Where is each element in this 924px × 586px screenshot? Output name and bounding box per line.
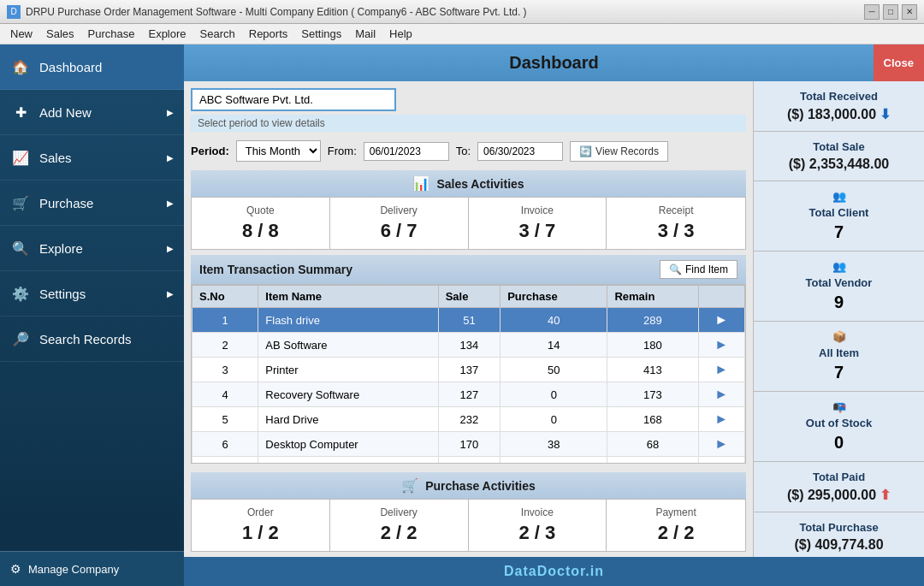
sidebar-item-sales[interactable]: 📈 Sales ▶ <box>0 135 184 181</box>
purchase-order-label: Order <box>195 506 326 518</box>
row-item-name: AB Software <box>258 333 438 358</box>
row-nav-arrow[interactable]: ► <box>698 308 745 333</box>
menu-mail[interactable]: Mail <box>348 26 382 42</box>
all-item-num: 7 <box>761 363 917 382</box>
minimize-button[interactable]: ─ <box>864 4 880 20</box>
from-date-input[interactable] <box>364 142 449 161</box>
row-item-name: Printer Cable <box>258 457 438 465</box>
row-nav-arrow[interactable]: ► <box>698 432 745 457</box>
purchase-invoice-value: 2 / 3 <box>472 522 603 544</box>
clients-icon: 👥 <box>761 190 917 203</box>
all-item-icon: 📦 <box>761 330 917 343</box>
main-layout: 🏠 Dashboard ✚ Add New ▶ 📈 Sales ▶ 🛒 Purc… <box>0 44 924 586</box>
sidebar-search-label: Search Records <box>39 332 132 346</box>
sales-receipt-label: Receipt <box>610 204 742 216</box>
sidebar-dashboard-label: Dashboard <box>39 60 102 74</box>
row-nav-arrow[interactable]: ► <box>698 382 745 407</box>
row-nav-arrow[interactable]: ► <box>698 358 745 382</box>
row-sno: 6 <box>192 432 258 457</box>
watermark-suffix: Doctor.in <box>537 564 604 578</box>
total-purchase-card: Total Purchase ($) 409,774.80 <box>754 512 924 557</box>
menu-sales[interactable]: Sales <box>39 26 81 42</box>
menu-search[interactable]: Search <box>193 26 242 42</box>
table-row[interactable]: 4 Recovery Software 127 0 173 ► <box>192 382 745 407</box>
purchase-activities-title: Purchase Activities <box>425 479 536 493</box>
row-nav-arrow[interactable]: ► <box>698 407 745 432</box>
total-purchase-value: ($) 409,774.80 <box>761 537 917 553</box>
menu-explore[interactable]: Explore <box>141 26 192 42</box>
window-controls: ─ □ ✕ <box>864 4 917 20</box>
row-nav-arrow[interactable]: ► <box>698 333 745 358</box>
sidebar-settings-label: Settings <box>39 287 86 301</box>
item-table-scroll[interactable]: S.No Item Name Sale Purchase Remain 1 <box>191 284 746 464</box>
sidebar-item-explore[interactable]: 🔍 Explore ▶ <box>0 226 184 271</box>
row-purchase: 0 <box>500 382 607 407</box>
chevron-explore-icon: ▶ <box>167 244 174 253</box>
row-remain: 173 <box>607 382 698 407</box>
view-records-button[interactable]: 🔄 View Records <box>570 141 668 162</box>
settings-icon: ⚙️ <box>10 283 31 304</box>
total-client-num: 7 <box>761 222 917 242</box>
row-item-name: Flash drive <box>258 308 438 333</box>
period-hint: Select period to view details <box>191 115 746 132</box>
total-paid-card: Total Paid ($) 295,000.00 ⬆ <box>754 462 924 512</box>
row-item-name: Desktop Computer <box>258 432 438 457</box>
close-window-button[interactable]: ✕ <box>902 4 917 20</box>
menu-help[interactable]: Help <box>382 26 419 42</box>
sidebar-item-settings[interactable]: ⚙️ Settings ▶ <box>0 271 184 317</box>
table-row[interactable]: 5 Hard Drive 232 0 168 ► <box>192 407 745 432</box>
dashboard-header: Dashboard Close <box>184 44 924 81</box>
purchase-payment-label: Payment <box>610 506 742 518</box>
total-purchase-title: Total Purchase <box>761 521 917 534</box>
table-row[interactable]: 3 Printer 137 50 413 ► <box>192 358 745 382</box>
sales-icon: 📈 <box>10 147 31 168</box>
company-input[interactable] <box>191 88 396 111</box>
purchase-activities-grid: Order 1 / 2 Delivery 2 / 2 Invoice 2 / 3 <box>191 499 746 552</box>
sidebar-item-search-records[interactable]: 🔎 Search Records <box>0 317 184 362</box>
col-sale: Sale <box>438 286 500 308</box>
row-sale: 137 <box>438 358 500 382</box>
close-button[interactable]: Close <box>874 44 924 81</box>
total-sale-title: Total Sale <box>761 140 917 153</box>
all-item-title: All Item <box>761 346 917 359</box>
total-sale-card: Total Sale ($) 2,353,448.00 <box>754 132 924 181</box>
table-row[interactable]: 6 Desktop Computer 170 38 68 ► <box>192 432 745 457</box>
app-title: DRPU Purchase Order Management Software … <box>26 6 864 18</box>
find-item-button[interactable]: 🔍 Find Item <box>660 260 737 279</box>
table-row[interactable]: 7 Printer Cable 83 0 517 ► <box>192 457 745 465</box>
total-sale-value: ($) 2,353,448.00 <box>761 157 917 172</box>
row-purchase: 40 <box>500 308 607 333</box>
arrow-up-icon: ⬆ <box>880 487 891 503</box>
sidebar-item-add-new[interactable]: ✚ Add New ▶ <box>0 90 184 135</box>
col-remain: Remain <box>607 286 698 308</box>
company-selector: Select period to view details <box>191 88 746 132</box>
out-of-stock-card: 📭 Out of Stock 0 <box>754 392 924 462</box>
item-transaction-section: Item Transaction Summary 🔍 Find Item S.N… <box>191 255 746 464</box>
explore-icon: 🔍 <box>10 238 31 258</box>
search-records-icon: 🔎 <box>10 329 31 349</box>
sidebar-item-purchase[interactable]: 🛒 Purchase ▶ <box>0 181 184 226</box>
home-icon: 🏠 <box>10 56 31 77</box>
period-select[interactable]: This Month <box>236 140 321 162</box>
menu-reports[interactable]: Reports <box>242 26 295 42</box>
menu-purchase[interactable]: Purchase <box>81 26 142 42</box>
row-sno: 3 <box>192 358 258 382</box>
manage-company-button[interactable]: ⚙ Manage Company <box>0 551 184 586</box>
app-icon: D <box>7 5 21 19</box>
item-table: S.No Item Name Sale Purchase Remain 1 <box>192 285 745 464</box>
total-received-title: Total Received <box>761 90 917 103</box>
maximize-button[interactable]: □ <box>883 4 898 20</box>
to-date-input[interactable] <box>477 142 563 161</box>
row-remain: 180 <box>607 333 698 358</box>
manage-company-label: Manage Company <box>28 563 119 576</box>
sales-delivery-value: 6 / 7 <box>334 220 465 242</box>
menu-new[interactable]: New <box>3 26 39 42</box>
row-nav-arrow[interactable]: ► <box>698 457 745 465</box>
sales-activities-title: Sales Activities <box>436 177 524 191</box>
table-row[interactable]: 2 AB Software 134 14 180 ► <box>192 333 745 358</box>
table-row[interactable]: 1 Flash drive 51 40 289 ► <box>192 308 745 333</box>
sidebar-item-dashboard[interactable]: 🏠 Dashboard <box>0 44 184 90</box>
sales-delivery-cell: Delivery 6 / 7 <box>330 198 469 249</box>
menu-settings[interactable]: Settings <box>294 26 348 42</box>
chevron-icon: ▶ <box>167 108 174 117</box>
